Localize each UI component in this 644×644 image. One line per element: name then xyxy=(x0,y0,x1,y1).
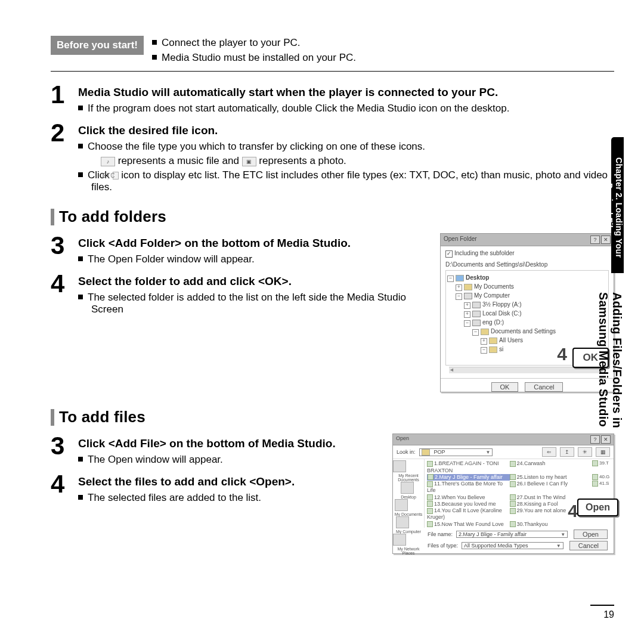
step-number: 1 xyxy=(51,82,70,117)
step2-detail-1: Choose the file type you which to transf… xyxy=(91,141,614,153)
lookin-dropdown[interactable]: POP▼ xyxy=(419,448,493,456)
page-rule xyxy=(590,605,614,606)
step-number: 3 xyxy=(51,233,70,268)
section-title-files: To add files xyxy=(59,408,145,426)
step-number: 2 xyxy=(51,120,70,196)
dialog-title: Open xyxy=(396,435,409,444)
section-title-folders: To add folders xyxy=(59,208,166,226)
section-bar-icon xyxy=(51,409,54,426)
lookin-label: Look in: xyxy=(397,449,416,455)
step-number: 3 xyxy=(51,434,70,468)
new-folder-icon[interactable]: ✳ xyxy=(578,447,592,457)
etc-icon: ETC xyxy=(113,172,119,179)
callout-number: 4 xyxy=(568,501,578,521)
before-start-badge: Before you start! xyxy=(51,36,144,55)
open-folder-dialog: Open Folder ?✕ ✓Including the subfolder … xyxy=(440,233,614,392)
before-bullet-1: Connect the player to your PC. xyxy=(152,36,356,51)
step4b-detail: The selected files are added to the list… xyxy=(91,492,382,504)
folder-path: D:\Documents and Settings\si\Desktop xyxy=(445,261,609,268)
step-number: 4 xyxy=(51,271,70,318)
section-bar-icon xyxy=(51,209,54,225)
ok-button[interactable]: OK xyxy=(491,382,519,392)
callout-number: 4 xyxy=(557,344,567,364)
open-button[interactable]: Open xyxy=(574,530,608,539)
step4a-title: Select the folder to add and click <OK>. xyxy=(78,275,429,288)
views-icon[interactable]: ▦ xyxy=(596,447,610,457)
step3b-detail: The Open window will appear. xyxy=(91,454,382,466)
step2-icons-line: ♪ represents a music file and ▣ represen… xyxy=(101,155,614,167)
step2-detail-2: Click ETC icon to display etc list. The … xyxy=(91,169,614,193)
step3b-title: Click <Add File> on the bottom of Media … xyxy=(78,437,382,450)
help-icon[interactable]: ? xyxy=(590,236,600,244)
callout-open-button: Open xyxy=(577,499,618,516)
step-number: 4 xyxy=(51,472,70,506)
step4a-detail: The selected folder is added to the list… xyxy=(91,292,429,315)
places-sidebar[interactable]: My Recent Documents Desktop My Documents… xyxy=(393,459,425,528)
dialog-title: Open Folder xyxy=(444,236,477,244)
photo-file-icon: ▣ xyxy=(242,157,256,166)
open-file-dialog: Open ?✕ Look in: POP▼ ⇐ ↥ ✳ ▦ My Recent … xyxy=(392,434,614,554)
back-icon[interactable]: ⇐ xyxy=(542,447,556,457)
before-bullet-2: Media Studio must be installed on your P… xyxy=(152,51,356,66)
step3a-title: Click <Add Folder> on the bottom of Medi… xyxy=(78,237,429,250)
filetype-label: Files of type: xyxy=(428,543,458,549)
step3a-detail: The Open Folder window will appear. xyxy=(91,253,429,265)
cancel-button[interactable]: Cancel xyxy=(525,382,563,392)
chapter-tab: Chapter 2. Loading Your Desired File xyxy=(611,137,624,273)
cancel-button[interactable]: Cancel xyxy=(569,541,608,550)
include-subfolder-label: Including the subfolder xyxy=(454,250,515,256)
up-icon[interactable]: ↥ xyxy=(560,447,574,457)
file-list[interactable]: 1.BREATHE AGAIN - TONI BRAXTON24.Carwash… xyxy=(425,459,614,528)
step4b-title: Select the files to add and click <Open>… xyxy=(78,475,382,488)
step1-detail: If the program does not start automatica… xyxy=(91,103,614,114)
step1-title: Media Studio will automatically start wh… xyxy=(78,86,614,99)
divider xyxy=(51,71,614,72)
include-subfolder-checkbox[interactable]: ✓ xyxy=(445,250,453,258)
page-number: 19 xyxy=(603,609,614,620)
music-file-icon: ♪ xyxy=(101,157,115,166)
filename-label: File name: xyxy=(428,531,453,537)
filename-field[interactable]: 2.Mary J Blige - Family affair▼ xyxy=(456,531,568,538)
step2-title: Click the desired file icon. xyxy=(78,124,614,137)
topic-title-vertical: Adding Files/Folders in Samsung Media St… xyxy=(596,292,624,447)
filetype-dropdown[interactable]: All Supported Media Types▼ xyxy=(462,542,564,549)
